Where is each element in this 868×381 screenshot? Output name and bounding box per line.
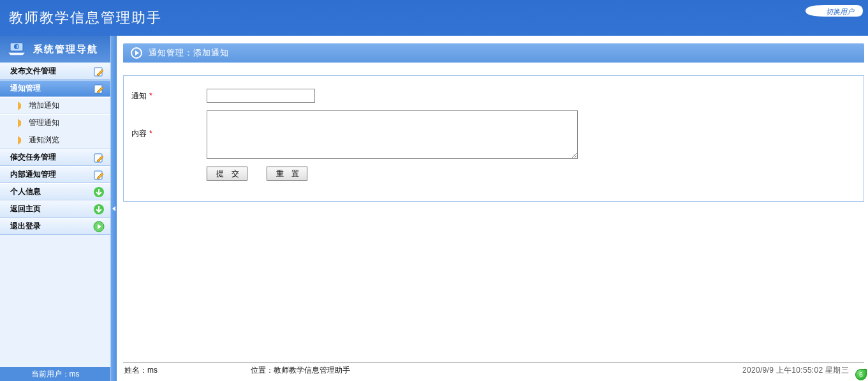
status-location: 位置：教师教学信息管理助手 — [251, 365, 742, 376]
nav-header: 系统管理导航 — [0, 36, 110, 63]
arrow-down-green-icon — [92, 203, 105, 216]
nav-item-task[interactable]: 催交任务管理 — [0, 149, 110, 166]
label-title: 通知* — [130, 89, 207, 101]
edit-icon — [92, 151, 105, 164]
main-area: 系统管理导航 发布文件管理 通知管理 增加通知 管理通知 — [0, 36, 868, 381]
form-row-content: 内容* — [130, 110, 864, 159]
switch-user-button[interactable]: 切换用户 — [802, 4, 863, 18]
sidebar: 系统管理导航 发布文件管理 通知管理 增加通知 管理通知 — [0, 36, 111, 381]
nav-item-home[interactable]: 返回主页 — [0, 200, 110, 218]
label-content: 内容* — [130, 110, 207, 139]
laptop-icon — [6, 41, 27, 57]
nav-sub-notice-view[interactable]: 通知浏览 — [0, 131, 110, 149]
nav-item-publish[interactable]: 发布文件管理 — [0, 63, 110, 80]
nav-item-internal[interactable]: 内部通知管理 — [0, 166, 110, 183]
form-row-buttons: 提 交 重 置 — [130, 167, 864, 181]
notice-title-input[interactable] — [207, 89, 315, 103]
edit-icon — [92, 168, 105, 181]
edit-icon — [92, 65, 105, 78]
current-user-bar: 当前用户： ms — [0, 367, 110, 381]
edit-icon — [92, 82, 105, 95]
play-green-icon — [92, 220, 105, 233]
nav-item-logout[interactable]: 退出登录 — [0, 218, 110, 235]
breadcrumb-prefix: 通知管理： — [149, 47, 193, 59]
panel-header: 通知管理： 添加通知 — [123, 43, 864, 63]
required-mark: * — [149, 91, 152, 100]
current-user-value: ms — [70, 370, 80, 378]
reset-button[interactable]: 重 置 — [267, 167, 307, 181]
nav-sub-notice-manage[interactable]: 管理通知 — [0, 114, 110, 131]
nav-item-profile[interactable]: 个人信息 — [0, 183, 110, 200]
sidebar-collapse-handle[interactable] — [111, 36, 117, 381]
status-datetime: 2020/9/9 上午10:55:02 星期三 — [742, 365, 864, 376]
corner-badge[interactable]: 6 — [855, 369, 867, 380]
breadcrumb-title: 添加通知 — [193, 47, 229, 59]
nav-sub-notice-add[interactable]: 增加通知 — [0, 97, 110, 114]
play-circle-icon — [131, 47, 142, 59]
content-area: 通知管理： 添加通知 通知* 内容* 提 交 重 置 — [117, 36, 868, 381]
required-mark: * — [149, 129, 152, 138]
notice-content-textarea[interactable] — [207, 110, 578, 159]
status-name: 姓名：ms — [123, 365, 251, 376]
app-title: 教师教学信息管理助手 — [9, 8, 162, 27]
form-panel: 通知* 内容* 提 交 重 置 — [123, 75, 864, 202]
status-bar: 姓名：ms 位置：教师教学信息管理助手 2020/9/9 上午10:55:02 … — [123, 362, 864, 377]
submit-button[interactable]: 提 交 — [207, 167, 247, 181]
nav-list: 发布文件管理 通知管理 增加通知 管理通知 通知浏览 催交任 — [0, 63, 110, 367]
app-header: 教师教学信息管理助手 切换用户 — [0, 0, 868, 36]
form-row-title: 通知* — [130, 89, 864, 103]
current-user-label: 当前用户： — [31, 369, 70, 380]
switch-user-label: 切换用户 — [826, 7, 854, 17]
nav-header-title: 系统管理导航 — [33, 43, 98, 56]
nav-item-notice[interactable]: 通知管理 — [0, 80, 110, 97]
arrow-down-green-icon — [92, 186, 105, 198]
